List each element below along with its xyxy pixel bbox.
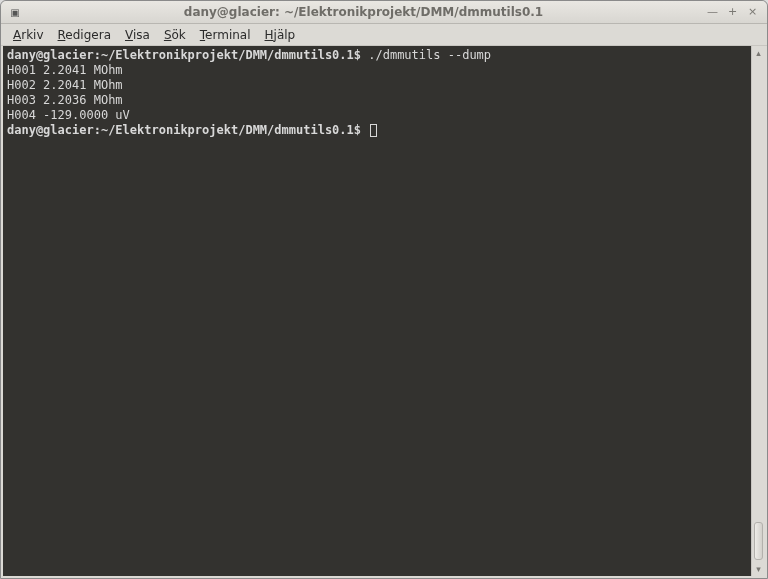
menu-arkiv[interactable]: Arkiv — [7, 26, 50, 44]
command-text: ./dmmutils --dump — [368, 48, 491, 62]
menu-sok-label: ök — [172, 28, 186, 42]
menu-terminal-label: erminal — [205, 28, 250, 42]
menu-visa-mnemonic: V — [125, 28, 133, 42]
menu-redigera[interactable]: Redigera — [52, 26, 117, 44]
scroll-up-icon[interactable]: ▴ — [752, 46, 765, 60]
menu-hjalp-mnemonic: H — [265, 28, 274, 42]
menu-arkiv-mnemonic: A — [13, 28, 21, 42]
minimize-button[interactable]: — — [704, 5, 721, 19]
menubar: Arkiv Redigera Visa Sök Terminal Hjälp — [1, 24, 767, 46]
prompt: dany@glacier:~/Elektronikprojekt/DMM/dmm… — [7, 48, 361, 62]
scrollbar-track[interactable] — [752, 60, 765, 562]
menu-redigera-label: edigera — [65, 28, 111, 42]
scrollbar[interactable]: ▴ ▾ — [751, 46, 765, 576]
menu-terminal[interactable]: Terminal — [194, 26, 257, 44]
app-icon: ▣ — [7, 4, 23, 20]
menu-sok[interactable]: Sök — [158, 26, 192, 44]
output-line: H001 2.2041 MOhm — [7, 63, 123, 77]
menu-visa[interactable]: Visa — [119, 26, 156, 44]
terminal-viewport[interactable]: dany@glacier:~/Elektronikprojekt/DMM/dmm… — [3, 46, 751, 576]
scroll-down-icon[interactable]: ▾ — [752, 562, 765, 576]
menu-arkiv-label: rkiv — [21, 28, 43, 42]
scrollbar-thumb[interactable] — [754, 522, 763, 560]
window-title: dany@glacier: ~/Elektronikprojekt/DMM/dm… — [23, 5, 704, 19]
titlebar[interactable]: ▣ dany@glacier: ~/Elektronikprojekt/DMM/… — [1, 1, 767, 24]
cursor-icon — [370, 124, 377, 137]
titlebar-buttons: — + × — [704, 5, 761, 19]
menu-hjalp-label: jälp — [274, 28, 296, 42]
close-button[interactable]: × — [744, 5, 761, 19]
terminal-window: ▣ dany@glacier: ~/Elektronikprojekt/DMM/… — [0, 0, 768, 579]
maximize-button[interactable]: + — [724, 5, 741, 19]
output-line: H004 -129.0000 uV — [7, 108, 130, 122]
output-line: H002 2.2041 MOhm — [7, 78, 123, 92]
terminal-wrap: dany@glacier:~/Elektronikprojekt/DMM/dmm… — [1, 46, 767, 578]
menu-sok-mnemonic: S — [164, 28, 172, 42]
prompt: dany@glacier:~/Elektronikprojekt/DMM/dmm… — [7, 123, 361, 137]
output-line: H003 2.2036 MOhm — [7, 93, 123, 107]
menu-visa-label: isa — [133, 28, 150, 42]
menu-hjalp[interactable]: Hjälp — [259, 26, 302, 44]
